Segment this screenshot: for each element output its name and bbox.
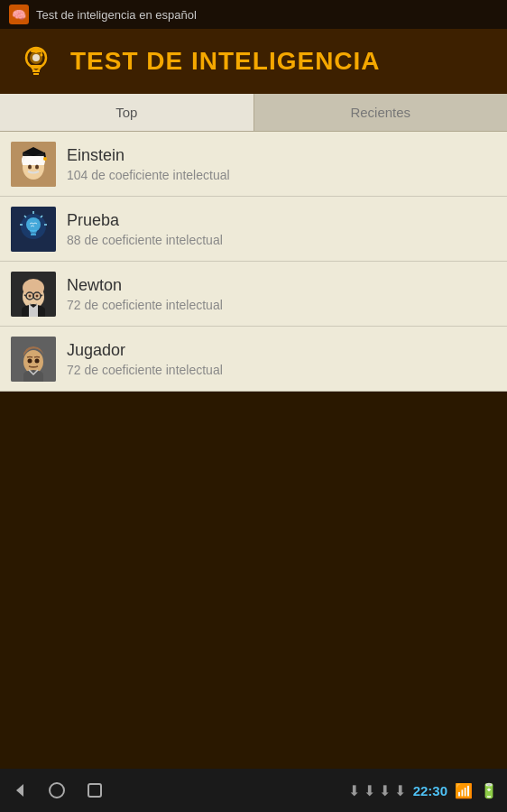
svg-rect-42 <box>88 784 101 797</box>
download-icon-3: ⬇ <box>379 782 391 799</box>
item-text: Prueba 88 de coeficiente intelectual <box>67 211 223 247</box>
tabs-container: Top Recientes <box>0 94 507 132</box>
avatar <box>11 337 56 382</box>
item-score: 88 de coeficiente intelectual <box>67 233 223 247</box>
battery-icon: 🔋 <box>480 782 498 799</box>
list-item[interactable]: Newton 72 de coeficiente intelectual <box>0 262 507 327</box>
svg-point-8 <box>41 54 43 57</box>
avatar <box>11 207 56 252</box>
item-score: 72 de coeficiente intelectual <box>67 363 223 377</box>
svg-point-34 <box>29 294 32 297</box>
svg-line-32 <box>24 295 26 296</box>
recents-button[interactable] <box>85 780 105 800</box>
download-icon-1: ⬇ <box>348 782 360 799</box>
svg-point-16 <box>43 157 47 161</box>
avatar <box>11 142 56 187</box>
item-score: 104 de coeficiente intelectual <box>67 168 230 182</box>
list-item[interactable]: Prueba 88 de coeficiente intelectual <box>0 197 507 262</box>
item-name: Jugador <box>67 341 223 360</box>
app-icon: 🧠 <box>9 5 29 24</box>
avatar <box>11 272 56 317</box>
status-title: Test de inteligencia en español <box>36 8 197 22</box>
item-score: 72 de coeficiente intelectual <box>67 298 223 312</box>
svg-point-11 <box>28 164 32 169</box>
nav-left <box>9 780 105 800</box>
download-icon-4: ⬇ <box>394 782 406 799</box>
list-item[interactable]: Einstein 104 de coeficiente intelectual <box>0 132 507 197</box>
app-header: TEST DE INTELIGENCIA <box>0 29 507 94</box>
tab-top[interactable]: Top <box>0 94 254 131</box>
item-name: Newton <box>67 276 223 295</box>
item-name: Prueba <box>67 211 223 230</box>
tab-recientes[interactable]: Recientes <box>254 94 508 131</box>
nav-bar: ⬇ ⬇ ⬇ ⬇ 22:30 📶 🔋 <box>0 769 507 812</box>
dark-background <box>0 392 507 812</box>
download-icon-2: ⬇ <box>364 782 375 799</box>
svg-point-12 <box>35 164 39 169</box>
download-icons: ⬇ ⬇ ⬇ ⬇ <box>348 782 406 799</box>
status-bar: 🧠 Test de inteligencia en español <box>0 0 507 29</box>
svg-line-33 <box>41 295 42 296</box>
home-button[interactable] <box>47 780 67 800</box>
item-text: Jugador 72 de coeficiente intelectual <box>67 341 223 377</box>
leaderboard-list: Einstein 104 de coeficiente intelectual <box>0 132 507 392</box>
svg-point-41 <box>50 783 64 798</box>
list-item[interactable]: Jugador 72 de coeficiente intelectual <box>0 327 507 392</box>
svg-point-19 <box>26 217 41 232</box>
wifi-icon: 📶 <box>455 782 473 799</box>
back-button[interactable] <box>9 780 29 800</box>
nav-right: ⬇ ⬇ ⬇ ⬇ 22:30 📶 🔋 <box>348 782 498 799</box>
svg-marker-40 <box>16 784 23 797</box>
svg-point-38 <box>28 358 32 363</box>
time-display: 22:30 <box>413 783 447 798</box>
svg-point-4 <box>32 54 40 61</box>
svg-point-39 <box>35 358 40 363</box>
app-title: TEST DE INTELIGENCIA <box>70 47 381 76</box>
item-text: Einstein 104 de coeficiente intelectual <box>67 146 230 182</box>
bulb-icon <box>14 40 58 83</box>
item-name: Einstein <box>67 146 230 165</box>
item-text: Newton 72 de coeficiente intelectual <box>67 276 223 312</box>
svg-point-35 <box>36 294 39 297</box>
